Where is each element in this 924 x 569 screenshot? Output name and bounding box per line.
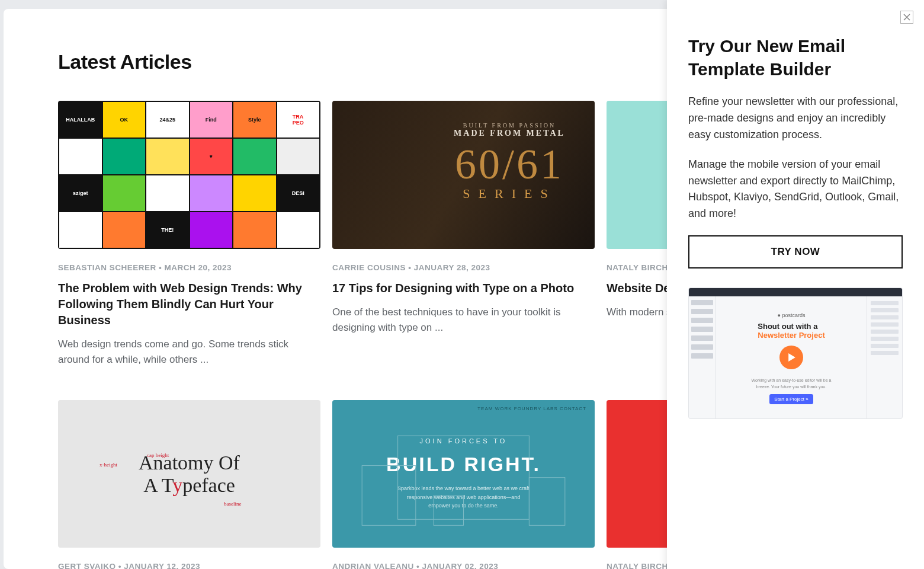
article-card[interactable]: BUILT FROM PASSION MADE FROM METAL 60/61… xyxy=(332,101,595,367)
art-text: TEAM WORK FOUNDRY LABS CONTACT xyxy=(477,406,586,411)
article-card[interactable]: TEAM WORK FOUNDRY LABS CONTACT JOIN FORC… xyxy=(332,400,595,569)
play-button[interactable] xyxy=(779,346,803,369)
article-author: NATALY BIRCH xyxy=(607,263,668,272)
devices-outline xyxy=(350,424,577,531)
article-card[interactable]: HALALLABOK24&25FindStyleTRAPEO ♥ sziget … xyxy=(58,101,320,367)
article-meta: CARRIE COUSINS • JANUARY 28, 2023 xyxy=(332,263,595,272)
svg-rect-3 xyxy=(434,496,463,525)
promo-headline: Shout out with aNewsletter Project xyxy=(758,322,824,340)
article-author: ANDRIAN VALEANU xyxy=(332,562,414,569)
art-text: 60/61 xyxy=(438,145,580,184)
article-meta: SEBASTIAN SCHEERER • MARCH 20, 2023 xyxy=(58,263,320,272)
close-icon xyxy=(903,14,910,21)
art-text: SERIES xyxy=(438,186,580,202)
typography-art: Anatomy Of A Typeface cap height baselin… xyxy=(139,452,240,497)
article-date: JANUARY 12, 2023 xyxy=(124,562,200,569)
article-excerpt: One of the best techniques to have in yo… xyxy=(332,305,595,335)
article-thumb: Anatomy Of A Typeface cap height baselin… xyxy=(58,400,320,548)
svg-rect-2 xyxy=(529,478,564,526)
promo-start-button[interactable]: Start a Project » xyxy=(769,394,813,404)
article-excerpt: Web design trends come and go. Some tren… xyxy=(58,337,320,367)
collage-art: HALALLABOK24&25FindStyleTRAPEO ♥ sziget … xyxy=(58,101,320,249)
article-date: JANUARY 28, 2023 xyxy=(414,263,490,272)
promo-main: ● postcards Shout out with aNewsletter P… xyxy=(716,296,867,419)
promo-panel xyxy=(867,296,902,419)
svg-rect-1 xyxy=(362,466,416,526)
modal-paragraph: Refine your newsletter with our professi… xyxy=(688,94,903,143)
article-author: SEBASTIAN SCHEERER xyxy=(58,263,156,272)
article-author: GERT SVAIKO xyxy=(58,562,116,569)
play-icon xyxy=(788,353,796,362)
article-meta: ANDRIAN VALEANU • JANUARY 02, 2023 xyxy=(332,562,595,569)
art-text: MADE FROM METAL xyxy=(438,129,580,138)
article-title[interactable]: 17 Tips for Designing with Type on a Pho… xyxy=(332,280,595,296)
article-thumb: BUILT FROM PASSION MADE FROM METAL 60/61… xyxy=(332,101,595,249)
article-meta: GERT SVAIKO • JANUARY 12, 2023 xyxy=(58,562,320,569)
promo-modal: Try Our New Email Template Builder Refin… xyxy=(667,0,924,569)
art-text: A Typeface xyxy=(139,474,240,497)
promo-image[interactable]: ● postcards Shout out with aNewsletter P… xyxy=(688,287,903,419)
article-title[interactable]: The Problem with Web Design Trends: Why … xyxy=(58,280,320,328)
modal-heading: Try Our New Email Template Builder xyxy=(688,34,903,81)
article-thumb: HALALLABOK24&25FindStyleTRAPEO ♥ sziget … xyxy=(58,101,320,249)
modal-paragraph: Manage the mobile version of your email … xyxy=(688,156,903,223)
promo-sidebar xyxy=(689,296,716,419)
art-text: BUILT FROM PASSION xyxy=(438,122,580,129)
article-author: CARRIE COUSINS xyxy=(332,263,406,272)
series-art: BUILT FROM PASSION MADE FROM METAL 60/61… xyxy=(438,122,580,202)
promo-brand: ● postcards xyxy=(778,312,806,318)
try-now-button[interactable]: TRY NOW xyxy=(688,235,903,268)
article-date: JANUARY 02, 2023 xyxy=(422,562,498,569)
article-thumb: TEAM WORK FOUNDRY LABS CONTACT JOIN FORC… xyxy=(332,400,595,548)
promo-text: breeze. Your future you will thank you. xyxy=(756,384,826,389)
promo-topbar xyxy=(689,288,902,296)
promo-text: Working with an easy-to-use editor will … xyxy=(752,378,832,383)
close-button[interactable] xyxy=(900,11,913,24)
article-card[interactable]: Anatomy Of A Typeface cap height baselin… xyxy=(58,400,320,569)
promo-body: ● postcards Shout out with aNewsletter P… xyxy=(689,296,902,419)
article-author: NATALY BIRCH xyxy=(607,562,668,569)
article-date: MARCH 20, 2023 xyxy=(165,263,232,272)
